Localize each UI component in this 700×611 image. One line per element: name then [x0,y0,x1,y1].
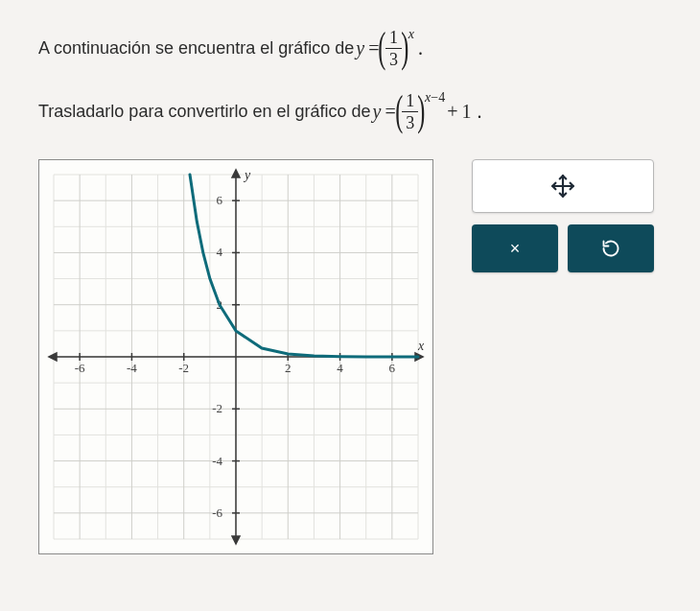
close-button[interactable]: × [472,224,558,272]
svg-text:4: 4 [337,361,343,375]
y-axis-label: y [243,168,251,182]
sentence-2-prefix: Trasladarlo para convertirlo en el gráfi… [38,97,371,127]
svg-text:-6: -6 [212,505,222,520]
sentence-2-period: . [477,95,481,128]
eq1-lparen: ( [379,27,386,69]
problem-text: A continuación se encuentra el gráfico d… [38,27,662,132]
eq1-fraction: 1 3 [385,29,402,68]
eq1-lhs: y [356,32,364,64]
content-row: -6-4-2246-6-4-2246 x y [38,159,662,554]
svg-text:-6: -6 [75,361,85,375]
eq2-exponent: x−4 [425,86,445,109]
eq1-exponent: x [408,23,414,46]
eq2-frac-den: 3 [402,111,418,131]
graph-panel[interactable]: -6-4-2246-6-4-2246 x y [38,159,433,554]
x-axis-label: x [417,339,425,353]
sentence-1-prefix: A continuación se encuentra el gráfico d… [38,34,354,63]
eq2-exp-4: 4 [438,90,445,105]
eq2-one: 1 [461,95,471,128]
eq2-frac-num: 1 [402,92,418,111]
eq2-exp-minus: − [431,90,438,105]
eq2-equals: = [385,95,395,128]
move-icon [550,174,575,199]
svg-text:6: 6 [217,193,223,207]
sentence-2: Trasladarlo para convertirlo en el gráfi… [38,90,662,132]
eq1-frac-den: 3 [385,48,402,68]
svg-text:-2: -2 [178,361,189,375]
eq2-fraction: 1 3 [402,92,418,131]
action-buttons: × [472,224,654,272]
svg-text:-4: -4 [212,454,222,468]
svg-text:-2: -2 [212,401,222,415]
svg-text:2: 2 [285,361,292,375]
eq2-lhs: y [373,95,382,128]
eq2-plus: + [447,95,457,128]
sentence-1-period: . [418,32,423,64]
coordinate-plane[interactable]: -6-4-2246-6-4-2246 x y [39,160,432,553]
close-icon: × [510,239,521,259]
move-tool-button[interactable] [472,159,654,213]
sentence-1: A continuación se encuentra el gráfico d… [38,27,662,69]
svg-text:-4: -4 [127,361,137,375]
exercise-container: A continuación se encuentra el gráfico d… [0,0,700,611]
svg-text:6: 6 [389,361,396,375]
undo-button[interactable] [568,224,654,272]
svg-text:4: 4 [217,245,223,259]
eq1-frac-num: 1 [385,29,402,48]
eq2-lparen: ( [395,90,403,132]
undo-icon [601,239,620,258]
tool-palette: × [472,159,654,272]
